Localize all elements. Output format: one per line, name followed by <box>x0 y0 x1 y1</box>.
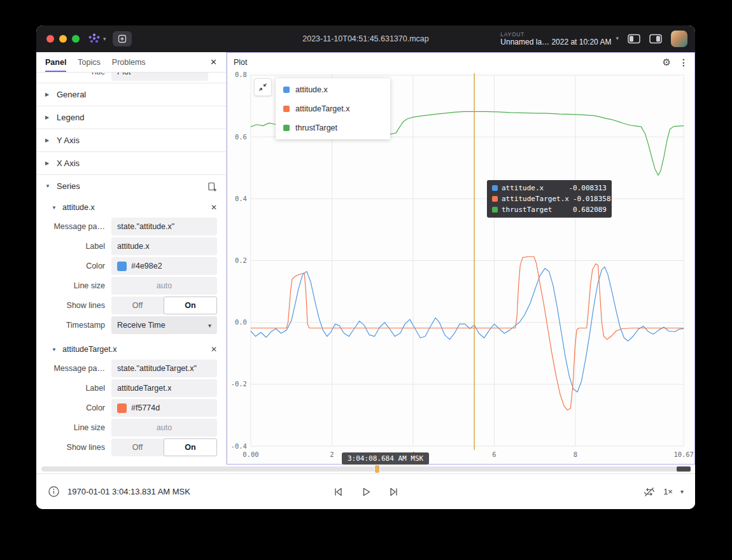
loop-toggle-button[interactable] <box>643 486 656 498</box>
app-menu-button[interactable]: ▾ <box>87 32 106 45</box>
message-path-value: state."attitudeTarget.x" <box>117 364 197 373</box>
section-y-axis[interactable]: ▶ Y Axis <box>36 129 226 151</box>
loop-off-icon <box>643 486 656 498</box>
title-input[interactable]: Plot <box>111 73 208 81</box>
avatar[interactable] <box>671 31 687 47</box>
scrubber-track[interactable] <box>41 466 690 472</box>
seek-forward-button[interactable] <box>388 486 400 498</box>
playback-speed[interactable]: 1× <box>663 487 673 496</box>
legend-item[interactable]: thrustTarget <box>276 118 390 137</box>
svg-text:8: 8 <box>574 451 577 458</box>
clipped-title-row: Title Plot <box>36 73 226 83</box>
more-options-icon[interactable]: ⋮ <box>679 57 688 67</box>
chevron-down-icon[interactable]: ▾ <box>680 488 684 495</box>
tab-panel[interactable]: Panel <box>45 52 66 72</box>
show-lines-off-button[interactable]: Off <box>111 438 164 456</box>
seek-time-tooltip: 3:04:08.684 AM MSK <box>342 452 429 465</box>
svg-text:0.8: 0.8 <box>235 72 247 78</box>
field-row: Line size auto <box>36 419 217 437</box>
tab-problems[interactable]: Problems <box>112 52 146 72</box>
svg-text:-0.4: -0.4 <box>231 442 247 450</box>
series-header-attitude-target-x[interactable]: ▼ attitudeTarget.x ✕ <box>36 339 226 360</box>
show-lines-on-button[interactable]: On <box>164 297 217 314</box>
show-lines-label: Show lines <box>36 443 111 452</box>
section-label: X Axis <box>57 158 80 168</box>
close-window-button[interactable] <box>46 35 54 43</box>
line-size-value: auto <box>157 423 172 432</box>
legend-label: attitudeTarget.x <box>295 104 349 113</box>
svg-text:2: 2 <box>330 451 334 458</box>
data-source-info-button[interactable] <box>48 486 60 498</box>
section-series[interactable]: ▼ Series <box>36 174 226 197</box>
play-icon <box>360 486 372 498</box>
new-window-button[interactable] <box>113 31 132 46</box>
seek-backward-button[interactable] <box>332 486 344 498</box>
line-size-input[interactable]: auto <box>111 277 217 295</box>
timestamp-select[interactable]: Receive Time ▾ <box>111 316 217 334</box>
show-lines-off-button[interactable]: Off <box>111 297 164 314</box>
chevron-down-icon: ▼ <box>45 183 52 189</box>
tooltip-value: -0.008313 <box>568 184 607 192</box>
series-header-attitude-x[interactable]: ▼ attitude.x ✕ <box>36 197 226 218</box>
section-general[interactable]: ▶ General <box>36 83 226 106</box>
section-x-axis[interactable]: ▶ X Axis <box>36 151 226 174</box>
remove-series-icon[interactable]: ✕ <box>211 203 217 212</box>
sidebar-close-icon[interactable]: ✕ <box>209 57 218 67</box>
color-swatch[interactable] <box>117 262 127 271</box>
section-label: Legend <box>57 113 84 122</box>
plot-canvas[interactable]: 0.80.60.40.20.0-0.2-0.40.00246810.67 att… <box>227 72 694 464</box>
scrubber-playhead[interactable] <box>375 465 379 473</box>
section-legend[interactable]: ▶ Legend <box>36 106 226 129</box>
plot-legend: attitude.x attitudeTarget.x thrustTarget <box>254 78 390 139</box>
message-path-value: state."attitude.x" <box>117 222 174 231</box>
plot-panel-header[interactable]: Plot ⚙ ⋮ <box>227 53 694 72</box>
svg-text:0.00: 0.00 <box>243 451 258 458</box>
play-button[interactable] <box>360 486 372 498</box>
field-row: Message pa… state."attitudeTarget.x" <box>36 360 217 377</box>
line-size-value: auto <box>157 281 172 290</box>
label-input[interactable]: attitude.x <box>111 237 217 255</box>
label-field-label: Label <box>36 384 111 393</box>
message-path-input[interactable]: state."attitude.x" <box>111 218 217 235</box>
tooltip-row: thrustTarget 0.682089 <box>492 206 607 214</box>
right-sidebar-toggle[interactable] <box>649 34 662 44</box>
layout-selector[interactable]: LAYOUT Unnamed la… 2022 at 10:20 AM ▾ <box>500 31 619 47</box>
label-input[interactable]: attitudeTarget.x <box>111 379 217 397</box>
sidebar-body: Title Plot ▶ General ▶ Legend ▶ Y <box>36 73 226 465</box>
settings-gear-icon[interactable]: ⚙ <box>663 57 671 68</box>
playback-bar: 1970-01-01 3:04:13.831 AM MSK <box>36 473 695 509</box>
skip-forward-icon <box>388 486 400 498</box>
legend-item[interactable]: attitudeTarget.x <box>276 99 390 118</box>
left-panel-icon <box>628 34 640 44</box>
message-path-input[interactable]: state."attitudeTarget.x" <box>111 360 217 377</box>
tab-topics[interactable]: Topics <box>78 52 100 72</box>
label-value: attitude.x <box>117 242 150 251</box>
timeline-scrubber[interactable] <box>36 465 695 473</box>
line-size-input[interactable]: auto <box>111 419 217 437</box>
color-swatch[interactable] <box>117 403 127 413</box>
zoom-window-button[interactable] <box>72 35 80 43</box>
add-icon <box>117 34 127 44</box>
field-row: Color #4e98e2 <box>36 257 217 275</box>
svg-text:0.0: 0.0 <box>235 318 247 326</box>
section-label: Y Axis <box>57 136 80 145</box>
show-lines-on-button[interactable]: On <box>164 438 217 456</box>
right-panel-icon <box>649 34 662 44</box>
svg-text:10.67: 10.67 <box>673 451 693 458</box>
add-series-button[interactable] <box>207 181 217 192</box>
color-input[interactable]: #f5774d <box>111 399 217 417</box>
minimize-window-button[interactable] <box>59 35 67 43</box>
remove-series-icon[interactable]: ✕ <box>211 345 217 354</box>
tooltip-value: 0.682089 <box>573 206 607 214</box>
current-timestamp: 1970-01-01 3:04:13.831 AM MSK <box>67 487 190 496</box>
label-value: attitudeTarget.x <box>117 384 171 393</box>
message-path-label: Message pa… <box>36 364 111 373</box>
legend-item[interactable]: attitude.x <box>276 80 390 99</box>
color-input[interactable]: #4e98e2 <box>111 257 217 275</box>
show-lines-label: Show lines <box>36 301 111 310</box>
left-sidebar-toggle[interactable] <box>628 34 640 44</box>
tooltip-label: attitudeTarget.x <box>502 195 569 203</box>
collapse-legend-button[interactable] <box>254 78 272 96</box>
field-row: Label attitude.x <box>36 237 217 255</box>
add-series-icon <box>207 181 217 192</box>
